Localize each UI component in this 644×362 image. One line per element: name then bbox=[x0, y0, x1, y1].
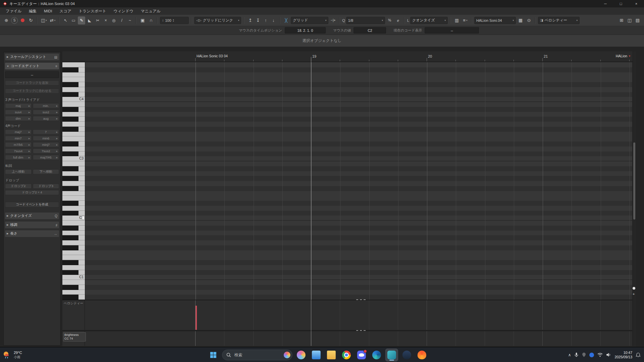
time-format-button[interactable]: ⊙ bbox=[525, 16, 533, 24]
teams-status-icon[interactable] bbox=[589, 353, 594, 357]
piano-key-gs2[interactable] bbox=[62, 176, 85, 181]
wifi-icon[interactable] bbox=[597, 353, 603, 357]
piano-key-c1[interactable]: C1 bbox=[62, 275, 85, 280]
piano-key-f1[interactable] bbox=[62, 250, 85, 255]
chord-7sus2-button[interactable]: 7sus2▶ bbox=[33, 148, 59, 154]
add-chord-track-button[interactable]: コードトラックを追加 bbox=[5, 80, 59, 85]
piano-key-a1[interactable] bbox=[62, 231, 85, 236]
start-button[interactable] bbox=[207, 349, 220, 361]
search-highlights-icon[interactable] bbox=[284, 352, 290, 358]
range-selection-tool[interactable]: ▭ bbox=[70, 16, 77, 24]
chord-sus4-button[interactable]: sus4▶ bbox=[5, 110, 32, 115]
piano-key-d1[interactable] bbox=[62, 265, 85, 270]
hamburger-menu-icon[interactable]: ≡ bbox=[55, 64, 57, 68]
piano-key-a2[interactable] bbox=[62, 171, 85, 176]
steam-app-icon[interactable] bbox=[400, 349, 413, 361]
panel-toggle-button[interactable]: ⊞ bbox=[618, 16, 625, 24]
section-quantize[interactable]: ▶ クオンタイズ Q bbox=[5, 213, 59, 219]
solo-editor-button[interactable]: S bbox=[11, 17, 18, 24]
menu-item[interactable]: トランスポート bbox=[75, 7, 110, 15]
panel-toggle-button[interactable]: ◫ bbox=[626, 16, 633, 24]
taskbar-search[interactable] bbox=[222, 350, 292, 360]
length-grid-link-select[interactable]: ◁▷ グリッドにリンク ▾ bbox=[194, 17, 241, 24]
drop--3-button[interactable]: ドロップ3 bbox=[33, 184, 59, 189]
create-chord-event-button[interactable]: コードイベントを作成 bbox=[5, 202, 59, 207]
menu-item[interactable]: 編集 bbox=[25, 7, 40, 15]
nudge-button[interactable]: ↓ bbox=[270, 16, 277, 24]
panel-toggle-button[interactable]: ▤ bbox=[634, 16, 641, 24]
piano-key-d3[interactable] bbox=[62, 146, 85, 152]
taskbar-clock[interactable]: 10:47 2025/09/13 bbox=[614, 351, 632, 359]
close-button[interactable]: × bbox=[629, 0, 644, 7]
search-input[interactable] bbox=[234, 352, 281, 358]
piano-key-cs4[interactable] bbox=[62, 92, 85, 97]
chord-7sus4-button[interactable]: 7sus4▶ bbox=[5, 148, 32, 154]
piano-key-fs4[interactable] bbox=[62, 67, 85, 72]
copilot-app-icon[interactable] bbox=[295, 349, 308, 361]
piano-key-c2[interactable]: C2 bbox=[62, 216, 85, 221]
minimize-button[interactable]: ─ bbox=[598, 0, 613, 7]
stepper-arrows[interactable]: ▲▼ bbox=[173, 19, 174, 22]
menu-item[interactable]: ウィンドウ bbox=[110, 7, 137, 15]
piano-key-a3[interactable] bbox=[62, 112, 85, 117]
zoom-in-button[interactable]: + bbox=[633, 292, 635, 296]
piano-key-d2[interactable] bbox=[62, 206, 85, 211]
piano-key-e2[interactable] bbox=[62, 196, 85, 201]
piano-key-e3[interactable] bbox=[62, 136, 85, 141]
chord-maj7-5-button[interactable]: maj7/#5▶ bbox=[33, 155, 59, 160]
midi-input-combo-button[interactable]: ⇄▾ bbox=[49, 16, 56, 24]
piano-key-b2[interactable] bbox=[62, 161, 85, 166]
piano-key-f3[interactable] bbox=[62, 132, 85, 137]
lane-resize-handle[interactable] bbox=[356, 299, 366, 300]
chord-min--button[interactable]: min.▶ bbox=[33, 103, 59, 108]
tray-overflow-chevron-icon[interactable]: ∧ bbox=[568, 353, 571, 357]
snap-button[interactable]: ╳ bbox=[282, 16, 290, 24]
piano-key-ds2[interactable] bbox=[62, 201, 85, 206]
auto-select-combo-button[interactable]: ◫▾ bbox=[40, 16, 48, 24]
piano-key-ds4[interactable] bbox=[62, 82, 85, 87]
time-ruler[interactable]: HALion Sonic 03 04 HALion ▼ 192021 bbox=[62, 51, 636, 62]
folder-app-icon[interactable] bbox=[325, 349, 338, 361]
erase-tool[interactable]: ◣ bbox=[86, 16, 93, 24]
quantize-preset-select[interactable]: 1/8 ▾ bbox=[346, 17, 385, 24]
piano-key-g2[interactable] bbox=[62, 181, 85, 186]
discord-app-icon[interactable] bbox=[355, 349, 368, 361]
piano-keyboard[interactable]: C4C3C2C1 bbox=[62, 62, 85, 300]
piano-key-f4[interactable] bbox=[62, 72, 85, 77]
volume-icon[interactable] bbox=[606, 353, 611, 357]
iterative-quantize-button[interactable]: e bbox=[394, 16, 402, 24]
chord-full-dim-button[interactable]: full dim▶ bbox=[5, 155, 32, 160]
line-tool[interactable]: / bbox=[118, 16, 125, 24]
piano-key-g4[interactable] bbox=[62, 62, 85, 67]
piano-key-as0[interactable] bbox=[62, 285, 85, 290]
chord-min7-button[interactable]: min7▶ bbox=[5, 136, 32, 141]
grid-type-select[interactable]: グリッド ▾ bbox=[291, 17, 328, 24]
section-scale-assistant[interactable]: ▶ スケールアシスタント ▤ bbox=[5, 54, 59, 60]
chord-sus2-button[interactable]: sus2▶ bbox=[33, 110, 59, 115]
section-length[interactable]: ▶ 長さ ↔ bbox=[5, 230, 59, 237]
piano-key-f2[interactable] bbox=[62, 191, 85, 196]
zoom-tool[interactable]: ◎ bbox=[110, 16, 117, 24]
controller-lane-label[interactable]: Brightness CC 74 bbox=[63, 332, 86, 342]
explorer-app-icon[interactable] bbox=[310, 349, 323, 361]
chord-maj-button[interactable]: maj▶ bbox=[5, 103, 32, 108]
piano-key-fs2[interactable] bbox=[62, 186, 85, 191]
piano-key-e1[interactable] bbox=[62, 255, 85, 260]
piano-key-fs1[interactable] bbox=[62, 245, 85, 250]
piano-key-d4[interactable] bbox=[62, 87, 85, 92]
chord-7-button[interactable]: 7▶ bbox=[33, 129, 59, 134]
drop--2-button[interactable]: ドロップ2 bbox=[5, 184, 32, 189]
minus-plus-button[interactable]: −|+ bbox=[329, 16, 337, 24]
show-part-borders-button[interactable]: ▦ bbox=[517, 16, 524, 24]
controller-lane-plot[interactable] bbox=[85, 331, 632, 346]
piano-key-cs2[interactable] bbox=[62, 211, 85, 216]
microphone-icon[interactable] bbox=[574, 352, 579, 357]
acoustic-feedback-button[interactable]: ↻ bbox=[27, 16, 35, 24]
piano-key-b1[interactable] bbox=[62, 221, 85, 226]
lane-resize-handle[interactable] bbox=[356, 330, 366, 331]
event-colors-select[interactable]: ◨ ベロシティー ▾ bbox=[538, 17, 580, 24]
length-quantize-select[interactable]: クオンタイズ ▾ bbox=[410, 17, 448, 24]
piano-key-as2[interactable] bbox=[62, 166, 85, 171]
nudge-button[interactable]: ↧ bbox=[254, 16, 262, 24]
active-part-select[interactable]: HALion Soni.04 ▾ bbox=[474, 17, 516, 24]
